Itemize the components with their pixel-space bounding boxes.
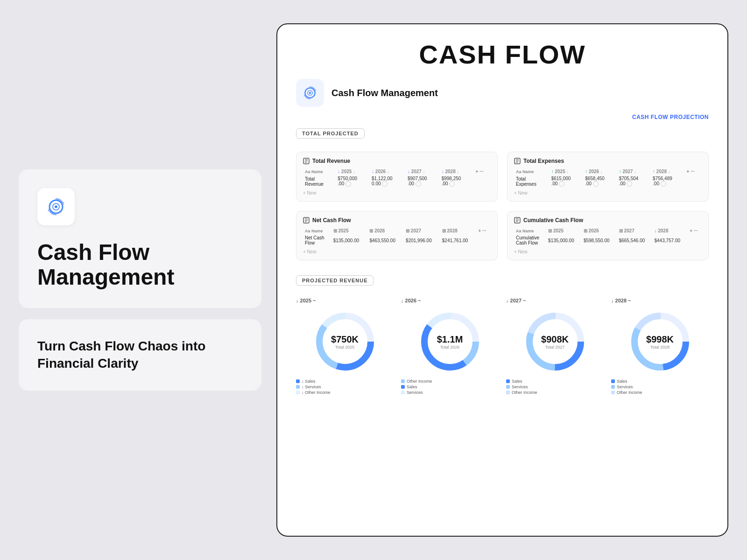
donut-2025: $750K Total 2025 — [312, 309, 378, 374]
total-revenue-table: Aa Name ↓ 2025 ↓ ↓ 2026 ↓ ↓ 2027 ↓ ↓ 202… — [303, 168, 491, 188]
donut-2026-amount: $1.1M — [437, 334, 463, 345]
right-panel: CASH FLOW Cash Flow Management CASH FLOW… — [276, 23, 728, 537]
main-card: Cash Flow Management — [19, 169, 261, 308]
donut-2025-center: $750K Total 2025 — [331, 334, 359, 350]
legend-item: Sales — [611, 379, 642, 384]
donut-2028-sub: Total 2028 — [646, 345, 674, 350]
year-columns: ↓ 2025 ~ $750K Total 2025 — [296, 298, 709, 396]
donut-2026-sub: Total 2026 — [437, 345, 463, 350]
legend-item: Services — [611, 385, 642, 389]
total-expenses-block: Total Expenses Aa Name ↑ 2025 ↓ ↑ 2026 ↓… — [507, 152, 709, 202]
legend-item: Services — [506, 385, 537, 389]
dashboard-header: CASH FLOW — [296, 39, 709, 70]
table-row: TotalExpenses $615,000.00 $658,450.00 $7… — [514, 175, 702, 188]
donut-2028-center: $998K Total 2028 — [646, 334, 674, 350]
year-2027-label: ↓ 2027 ~ — [506, 298, 526, 303]
donut-2027-sub: Total 2027 — [541, 345, 569, 350]
donut-2028: $998K Total 2028 — [627, 309, 693, 374]
add-new-cumulative[interactable]: + New — [514, 249, 702, 254]
legend-item: Sales — [506, 379, 537, 384]
table-row: TotalRevenue $750,000.00 $1,122,000.00 $… — [303, 175, 491, 188]
logo-box — [37, 188, 75, 225]
legend-item: Other Income — [401, 379, 432, 384]
dash-logo-box — [296, 79, 324, 107]
donut-2026-center: $1.1M Total 2026 — [437, 334, 463, 350]
year-2028-col: ↓ 2028 ~ $998K Total 2028 — [611, 298, 709, 396]
add-new-revenue[interactable]: + New — [303, 190, 491, 196]
donut-2028-amount: $998K — [646, 334, 674, 345]
left-panel: Cash Flow Management Turn Cash Flow Chao… — [19, 169, 261, 391]
year-2026-col: ↓ 2026 ~ $1.1M Total 2026 — [401, 298, 499, 396]
add-new-net[interactable]: + New — [303, 249, 491, 254]
cumulative-cash-flow-table: Aa Name ⊞ 2025 ⊞ 2026 ⊞ 2027 ↓ 2028 + ··… — [514, 227, 702, 246]
net-cash-flow-block: Net Cash Flow Aa Name ⊞ 2025 ⊞ 2026 ⊞ 20… — [296, 211, 498, 260]
cumulative-cash-flow-title: Cumulative Cash Flow — [523, 217, 583, 224]
legend-item: Other Income — [611, 390, 642, 395]
year-2027-col: ↓ 2027 ~ $908K Total 2027 — [506, 298, 604, 396]
net-cash-flow-title: Net Cash Flow — [312, 217, 351, 224]
legend-2028: Sales Services Other Income — [611, 379, 642, 396]
total-revenue-block: Total Revenue Aa Name ↓ 2025 ↓ ↓ 2026 ↓ … — [296, 152, 498, 202]
total-expenses-table: Aa Name ↑ 2025 ↓ ↑ 2026 ↓ ↑ 2027 ↓ ↑ 202… — [514, 168, 702, 188]
svg-point-7 — [309, 92, 311, 94]
total-revenue-title: Total Revenue — [312, 158, 350, 164]
projected-revenue-section: PROJECTED REVENUE ↓ 2025 ~ — [296, 275, 709, 396]
year-2025-label: ↓ 2025 ~ — [296, 298, 316, 303]
legend-2026: Other Income Sales Services — [401, 379, 432, 396]
dashboard-title: CASH FLOW — [296, 39, 709, 70]
cumulative-cash-flow-block: Cumulative Cash Flow Aa Name ⊞ 2025 ⊞ 20… — [507, 211, 709, 260]
add-new-expenses[interactable]: + New — [514, 190, 702, 196]
cash-flow-projection-link[interactable]: CASH FLOW PROJECTION — [632, 114, 709, 120]
net-cash-flow-icon — [303, 217, 310, 224]
legend-item: ↓ Other Income — [296, 390, 331, 395]
donut-2027-center: $908K Total 2027 — [541, 334, 569, 350]
donut-2026: $1.1M Total 2026 — [417, 309, 483, 374]
legend-2025: ↓ Sales ↓ Services ↓ Other Income — [296, 379, 331, 396]
donut-2025-amount: $750K — [331, 334, 359, 345]
year-2026-label: ↓ 2026 ~ — [401, 298, 421, 303]
projection-link-row: CASH FLOW PROJECTION — [296, 112, 709, 121]
tables-grid: Total Revenue Aa Name ↓ 2025 ↓ ↓ 2026 ↓ … — [296, 152, 709, 260]
main-title: Cash Flow Management — [37, 240, 243, 290]
net-cash-flow-table: Aa Name ⊞ 2025 ⊞ 2026 ⊞ 2027 ⊞ 2028 + ··… — [303, 227, 491, 246]
table-row: CumulativeCash Flow $135,000.00 $598,550… — [514, 234, 702, 246]
app-logo-icon — [44, 195, 68, 218]
dashboard-logo-row: Cash Flow Management — [296, 79, 709, 107]
donut-2025-sub: Total 2025 — [331, 345, 359, 350]
donut-2027: $908K Total 2027 — [522, 309, 588, 374]
legend-item: ↓ Services — [296, 385, 331, 389]
total-expenses-icon — [514, 158, 521, 164]
subtitle-card: Turn Cash Flow Chaos into Financial Clar… — [19, 319, 261, 391]
table-row: Net CashFlow $135,000.00 $463,550.00 $20… — [303, 234, 491, 246]
legend-item: Sales — [401, 385, 432, 389]
svg-point-2 — [55, 205, 57, 208]
year-2025-col: ↓ 2025 ~ $750K Total 2025 — [296, 298, 394, 396]
total-revenue-icon — [303, 158, 310, 164]
cumulative-cash-flow-icon — [514, 217, 521, 224]
donut-2027-amount: $908K — [541, 334, 569, 345]
legend-2027: Sales Services Other Income — [506, 379, 537, 396]
subtitle-text: Turn Cash Flow Chaos into Financial Clar… — [37, 338, 243, 372]
total-expenses-title: Total Expenses — [523, 158, 564, 164]
legend-item: ↓ Sales — [296, 379, 331, 384]
dash-app-name: Cash Flow Management — [331, 88, 438, 98]
projected-revenue-label: PROJECTED REVENUE — [296, 275, 374, 286]
total-projected-label: TOTAL PROJECTED — [296, 128, 365, 139]
dash-app-logo-icon — [301, 84, 319, 102]
legend-item: Other Income — [506, 390, 537, 395]
year-2028-label: ↓ 2028 ~ — [611, 298, 631, 303]
legend-item: Services — [401, 390, 432, 395]
